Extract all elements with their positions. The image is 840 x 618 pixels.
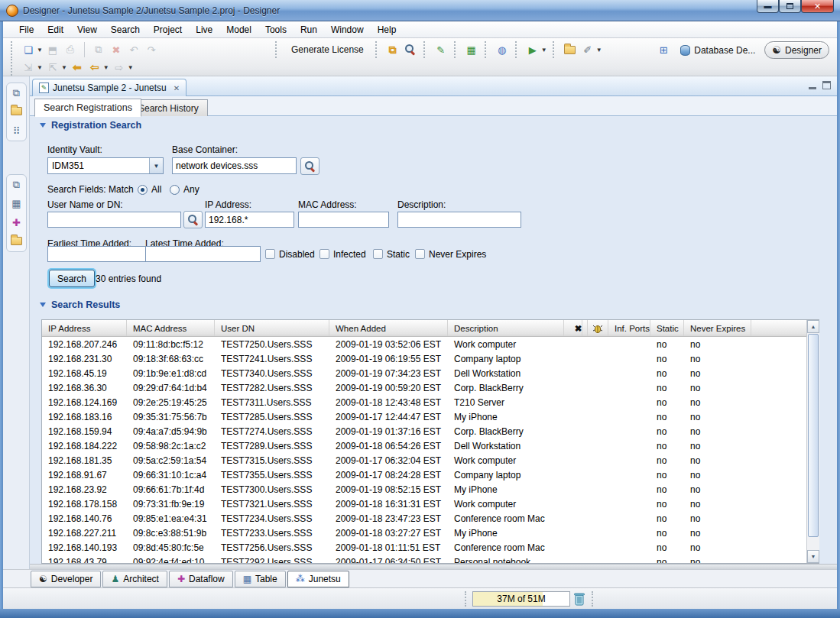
base-container-input[interactable] xyxy=(172,157,297,174)
minimize-view-icon[interactable] xyxy=(809,87,816,89)
match-all-radio[interactable] xyxy=(138,185,148,195)
open-project-icon[interactable] xyxy=(563,42,578,57)
scroll-down-icon[interactable]: ▼ xyxy=(807,550,819,563)
registration-search-section-header[interactable]: Registration Search xyxy=(40,120,141,131)
maximize-view-icon[interactable] xyxy=(822,81,831,89)
palette-view-icon[interactable] xyxy=(11,237,22,247)
style-dropdown-icon[interactable]: ▼ xyxy=(596,47,602,53)
earliest-time-input[interactable] xyxy=(47,246,148,262)
disabled-checkbox[interactable] xyxy=(265,249,275,259)
garbage-collect-icon[interactable] xyxy=(573,592,585,606)
match-any-radio[interactable] xyxy=(170,185,180,195)
restore-view-icon[interactable]: ⧉ xyxy=(13,88,20,98)
outline-view-icon[interactable]: ⠿ xyxy=(13,126,21,136)
table-row[interactable]: 192.168.184.222 09:58:98:2c:1a:c2 TEST72… xyxy=(42,438,819,453)
scrollbar-thumb[interactable] xyxy=(808,334,819,537)
table-view-icon[interactable]: ▦ xyxy=(11,199,21,209)
table-row[interactable]: 192.168.43.79 09:92:4e:f4:ed:10 TEST7292… xyxy=(42,555,819,564)
scroll-up-icon[interactable]: ▲ xyxy=(807,320,819,333)
table-row[interactable]: 192.168.91.67 09:66:31:10:1c:a4 TEST7355… xyxy=(42,468,819,482)
description-input[interactable] xyxy=(397,212,521,228)
import-icon[interactable]: ⇲ xyxy=(21,60,36,75)
editor-tab[interactable]: ✎ Junetsu Sample 2 - Junetsu ✕ xyxy=(32,79,186,96)
menu-item[interactable]: View xyxy=(70,22,104,37)
static-checkbox[interactable] xyxy=(373,249,383,259)
col-description[interactable]: Description xyxy=(448,320,564,336)
dataflow-view-icon[interactable]: ✚ xyxy=(12,218,21,228)
menu-item[interactable]: Help xyxy=(371,22,404,37)
ip-address-input[interactable] xyxy=(205,212,294,228)
undo-icon[interactable]: ↶ xyxy=(126,42,141,57)
menu-item[interactable]: Model xyxy=(219,22,258,37)
menu-item[interactable]: File xyxy=(12,22,41,37)
menu-item[interactable]: Window xyxy=(324,22,371,37)
table-row[interactable]: 192.168.178.158 09:73:31:fb:9e:19 TEST73… xyxy=(42,497,819,511)
base-container-search-button[interactable] xyxy=(300,157,319,175)
web-browser-icon[interactable]: ◍ xyxy=(495,42,510,57)
search-results-section-header[interactable]: Search Results xyxy=(40,299,120,310)
col-never-expires[interactable]: Never Expires xyxy=(684,320,751,336)
latest-time-input[interactable] xyxy=(145,246,261,262)
database-perspective-button[interactable]: Database De... xyxy=(673,43,762,58)
col-user-dn[interactable]: User DN xyxy=(215,320,329,336)
tab-close-icon[interactable]: ✕ xyxy=(174,84,180,92)
designer-perspective-button[interactable]: ☯ Designer xyxy=(764,41,829,59)
table-row[interactable]: 192.168.159.94 09:4a:a7:d5:94:9b TEST727… xyxy=(42,424,819,438)
back-dropdown-icon[interactable]: ▼ xyxy=(103,64,109,71)
import-dropdown-icon[interactable]: ▼ xyxy=(37,64,43,71)
infected-checkbox[interactable] xyxy=(319,249,329,259)
export-dropdown-icon[interactable]: ▼ xyxy=(61,64,67,71)
table-row[interactable]: 192.168.227.211 09:8c:e3:88:51:9b TEST72… xyxy=(42,526,819,540)
perspective-tab[interactable]: ✚ Dataflow xyxy=(169,571,233,587)
table-row[interactable]: 192.168.207.246 09:11:8d:bc:f5:12 TEST72… xyxy=(42,337,819,351)
search-button[interactable]: Search xyxy=(49,270,95,287)
table-row[interactable]: 192.168.140.76 09:85:e1:ea:e4:31 TEST723… xyxy=(42,511,819,526)
mac-address-input[interactable] xyxy=(298,212,389,228)
never-expires-checkbox[interactable] xyxy=(415,249,425,259)
validate-icon[interactable]: ✎ xyxy=(433,42,449,57)
col-disabled-icon[interactable]: ✖ xyxy=(564,320,588,336)
perspective-tab[interactable]: ▦ Table xyxy=(235,571,286,587)
compare-icon[interactable] xyxy=(403,42,418,57)
new-wizard-icon[interactable]: ❏ xyxy=(21,42,36,57)
live-operations-dropdown-icon[interactable]: ▼ xyxy=(541,47,547,53)
close-button[interactable]: ✕ xyxy=(801,0,834,13)
menu-item[interactable]: Tools xyxy=(258,22,294,37)
horizontal-sash[interactable] xyxy=(30,564,837,569)
menu-item[interactable]: Search xyxy=(104,22,147,37)
deploy-icon[interactable]: ⧉ xyxy=(385,42,401,57)
tab-search-registrations[interactable]: Search Registrations xyxy=(34,99,141,117)
col-inf-ports[interactable]: Inf. Ports xyxy=(608,320,650,336)
forward-icon[interactable]: ⇨ xyxy=(112,60,127,75)
col-infected-icon[interactable] xyxy=(588,320,608,336)
generate-license-button[interactable]: Generate License xyxy=(285,41,370,58)
menu-item[interactable]: Project xyxy=(147,22,189,37)
minimize-button[interactable]: ▬ xyxy=(757,0,779,13)
last-edit-location-icon[interactable]: ⬅ xyxy=(70,60,85,75)
table-vertical-scrollbar[interactable]: ▲ ▼ xyxy=(806,320,819,563)
menu-item[interactable]: Edit xyxy=(41,22,70,37)
print-icon[interactable]: ⎙ xyxy=(63,42,78,57)
col-ip-address[interactable]: IP Address xyxy=(42,320,127,336)
table-row[interactable]: 192.168.183.16 09:35:31:75:56:7b TEST728… xyxy=(42,409,819,424)
live-operations-icon[interactable]: ▶ xyxy=(525,42,540,57)
col-when-added[interactable]: When Added xyxy=(329,320,448,336)
delete-icon[interactable]: ✖ xyxy=(109,42,124,57)
project-view-icon[interactable] xyxy=(11,107,22,117)
export-icon[interactable]: ⇱ xyxy=(45,60,60,75)
menu-item[interactable]: Run xyxy=(294,22,324,37)
user-dn-search-button[interactable] xyxy=(183,211,203,228)
table-row[interactable]: 192.168.23.92 09:66:61:7b:1f:4d TEST7300… xyxy=(42,482,819,497)
table-row[interactable]: 192.168.45.19 09:1b:9e:e1:d8:cd TEST7340… xyxy=(42,366,819,380)
forward-dropdown-icon[interactable]: ▼ xyxy=(128,64,134,71)
col-static[interactable]: Static xyxy=(650,320,684,336)
maximize-button[interactable] xyxy=(779,0,801,13)
memory-monitor[interactable]: 37M of 51M xyxy=(472,591,570,607)
table-row[interactable]: 192.168.124.169 09:2e:25:19:45:25 TEST73… xyxy=(42,395,819,409)
table-row[interactable]: 192.168.140.193 09:8d:45:80:fc:5e TEST72… xyxy=(42,540,819,555)
style-brush-icon[interactable]: ✐ xyxy=(580,42,595,57)
restore-view-icon[interactable]: ⧉ xyxy=(13,180,20,189)
perspective-tab[interactable]: ♟ Architect xyxy=(102,571,167,587)
open-perspective-icon[interactable]: ⊞ xyxy=(656,43,671,58)
table-row[interactable]: 192.168.181.35 09:5a:c2:59:1a:54 TEST731… xyxy=(42,453,819,468)
